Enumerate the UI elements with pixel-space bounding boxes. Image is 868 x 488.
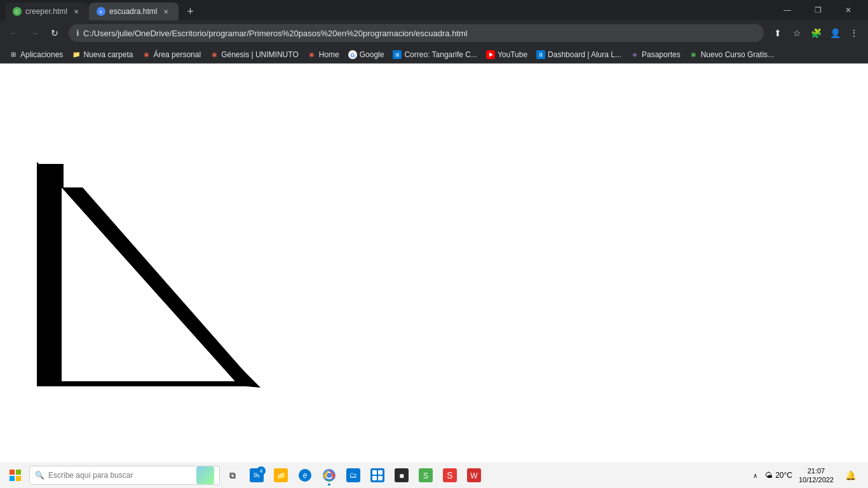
minimize-button[interactable]: — [773, 0, 802, 20]
app1-icon[interactable]: ■ [390, 464, 413, 487]
tab-creeper-title: creeper.html [25, 7, 67, 16]
bookmark-nueva-carpeta[interactable]: 📁 Nueva carpeta [68, 49, 137, 60]
svg-text:e: e [100, 9, 103, 15]
bookmark-apps[interactable]: ⊞ Aplicaciones [5, 49, 67, 60]
svg-text:G: G [350, 51, 355, 58]
app3-icon[interactable]: S [438, 464, 461, 487]
svg-text:W: W [470, 471, 478, 480]
google-icon: G [348, 50, 357, 59]
task-view-button[interactable]: ⧉ [221, 464, 244, 487]
system-tray: ∧ 🌤 20°C 21:07 10/12/2022 🔔 [748, 464, 865, 487]
svg-rect-20 [16, 470, 21, 475]
toolbar-icons: ⬆ ☆ 🧩 👤 ⋮ [769, 24, 863, 42]
bookmark-nuevo-curso-label: Nuevo Curso Gratis... [701, 50, 774, 59]
bookmark-google[interactable]: G Google [344, 49, 388, 60]
bookmark-genesis-label: Génesis | UNIMINUTO [221, 50, 299, 59]
svg-text:🗂: 🗂 [349, 471, 357, 480]
svg-text:e: e [303, 471, 308, 480]
titlebar: C creeper.html ✕ e escuadra.html ✕ + — ❐… [0, 0, 868, 20]
taskbar: 🔍 ⧉ ✉ 4 📁 e [0, 463, 868, 488]
tray-icons[interactable]: ∧ [748, 472, 763, 479]
bookmark-correo[interactable]: ⊞ Correo: Tangarife C... [389, 49, 481, 60]
bookmark-area-personal[interactable]: ◉ Área personal [138, 49, 205, 60]
bookmark-genesis[interactable]: ◉ Génesis | UNIMINUTO [206, 49, 302, 60]
bookmark-apps-label: Aplicaciones [20, 50, 63, 59]
weather-widget[interactable]: 🌤 20°C [765, 471, 792, 480]
notification-icon: 🔔 [845, 470, 856, 480]
search-input[interactable] [48, 471, 190, 480]
weather-icon: 🌤 [765, 471, 773, 480]
bookmark-youtube[interactable]: YouTube [482, 49, 531, 60]
dashboard-icon: a [536, 50, 545, 59]
nuevo-curso-icon: ◉ [689, 50, 698, 59]
new-tab-button[interactable]: + [181, 3, 199, 20]
youtube-icon [486, 50, 495, 59]
reload-button[interactable]: ↻ [46, 24, 64, 42]
svg-marker-18 [37, 381, 257, 386]
tab-escuadra[interactable]: e escuadra.html ✕ [89, 3, 179, 20]
search-bar[interactable]: 🔍 [29, 466, 220, 485]
svg-text:S: S [447, 470, 452, 480]
bookmark-pasaportes[interactable]: ◈ Pasaportes [627, 49, 684, 60]
edge-icon[interactable]: e [294, 464, 316, 487]
time-date[interactable]: 21:07 10/12/2022 [795, 465, 837, 486]
bookmarks-bar: ⊞ Aplicaciones 📁 Nueva carpeta ◉ Área pe… [0, 46, 868, 64]
address-text: C:/Users/julie/OneDrive/Escritorio/progr… [83, 29, 756, 38]
notification-button[interactable]: 🔔 [840, 464, 860, 487]
bookmark-correo-label: Correo: Tangarife C... [404, 50, 477, 59]
pasaportes-icon: ◈ [630, 50, 639, 59]
svg-text:■: ■ [399, 471, 403, 480]
profile-button[interactable]: 👤 [826, 24, 844, 42]
bookmark-dashboard-label: Dashboard | Alura L... [548, 50, 621, 59]
explorer-icon[interactable]: 📁 [269, 464, 292, 487]
svg-rect-35 [372, 470, 377, 475]
apps-icon: ⊞ [9, 50, 18, 59]
files-icon[interactable]: 🗂 [342, 464, 365, 487]
tab-creeper[interactable]: C creeper.html ✕ [5, 3, 89, 20]
app4-icon[interactable]: W [463, 464, 485, 487]
mail-icon[interactable]: ✉ 4 [245, 464, 268, 487]
back-button[interactable]: ← [5, 24, 23, 42]
bookmark-dashboard[interactable]: a Dashboard | Alura L... [532, 49, 625, 60]
svg-marker-17 [37, 162, 62, 386]
bookmark-youtube-label: YouTube [498, 50, 527, 59]
star-button[interactable]: ☆ [788, 24, 806, 42]
drawing-area [0, 64, 868, 463]
address-bar[interactable]: ℹ C:/Users/julie/OneDrive/Escritorio/pro… [69, 24, 764, 42]
date-display: 10/12/2022 [799, 475, 834, 484]
more-menu-button[interactable]: ⋮ [845, 24, 863, 42]
chevron-up-icon[interactable]: ∧ [753, 472, 757, 479]
time-display: 21:07 [808, 466, 825, 475]
bookmark-area-personal-label: Área personal [153, 50, 201, 59]
tab-creeper-close[interactable]: ✕ [71, 6, 81, 17]
svg-text:⊞: ⊞ [395, 52, 400, 58]
svg-rect-36 [378, 470, 383, 475]
tab-escuadra-title: escuadra.html [109, 7, 157, 16]
share-button[interactable]: ⬆ [769, 24, 787, 42]
escuadra-shape [0, 64, 868, 463]
area-personal-icon: ◉ [142, 50, 151, 59]
close-button[interactable]: ✕ [834, 0, 863, 20]
chrome-icon[interactable] [318, 464, 341, 487]
extensions-button[interactable]: 🧩 [807, 24, 825, 42]
bookmark-nuevo-curso[interactable]: ◉ Nuevo Curso Gratis... [686, 49, 778, 60]
search-icon: 🔍 [35, 471, 44, 480]
app2-icon[interactable]: S [414, 464, 437, 487]
svg-rect-38 [378, 476, 383, 480]
bookmark-home[interactable]: ◉ Home [304, 49, 343, 60]
tab-escuadra-close[interactable]: ✕ [161, 6, 171, 17]
forward-button[interactable]: → [25, 24, 43, 42]
bookmark-nueva-carpeta-label: Nueva carpeta [83, 50, 133, 59]
store-icon[interactable] [366, 464, 389, 487]
genesis-icon: ◉ [210, 50, 219, 59]
search-thumbnail [196, 466, 214, 484]
bookmark-pasaportes-label: Pasaportes [642, 50, 681, 59]
weather-temp: 20°C [775, 471, 792, 480]
tabs-area: C creeper.html ✕ e escuadra.html ✕ + [5, 0, 773, 20]
maximize-button[interactable]: ❐ [803, 0, 832, 20]
svg-text:📁: 📁 [276, 470, 286, 480]
start-button[interactable] [3, 463, 28, 488]
mail-badge: 4 [257, 466, 266, 475]
bookmark-google-label: Google [360, 50, 384, 59]
address-prefix: ℹ [76, 29, 79, 37]
